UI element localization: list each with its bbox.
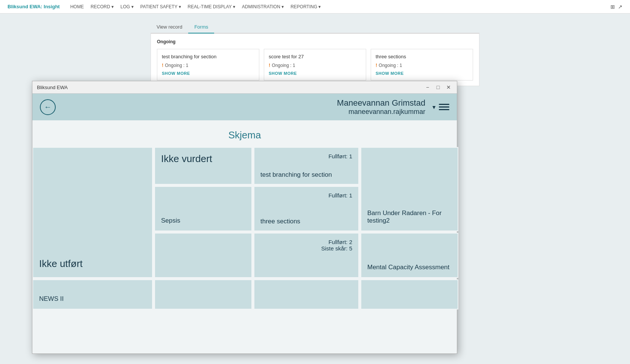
ongoing-status-text-1: Ongoing : 1 bbox=[272, 63, 295, 68]
empty-cell-row4-col3 bbox=[254, 279, 359, 309]
ongoing-card-1: score test for 27 ! Ongoing : 1 SHOW MOR… bbox=[264, 49, 366, 80]
mental-capacity-cell[interactable]: Mental Capacity Assessment bbox=[361, 233, 458, 278]
exclamation-icon-2: ! bbox=[376, 62, 377, 68]
empty-cell-row4-col2 bbox=[154, 279, 252, 309]
minimize-button[interactable]: − bbox=[424, 83, 431, 91]
nav-icon-group: ⊞ ↗ bbox=[610, 4, 622, 10]
ongoing-section: Ongoing test branching for section ! Ong… bbox=[151, 33, 479, 86]
sepsis-cell[interactable]: Sepsis bbox=[154, 186, 252, 231]
three-sections-count: Fullført: 1 bbox=[260, 192, 352, 199]
show-more-2[interactable]: SHOW MORE bbox=[376, 71, 468, 76]
tab-forms[interactable]: Forms bbox=[188, 21, 214, 33]
background-page: View record Forms Ongoing test branching… bbox=[0, 14, 630, 86]
modal-controls: − □ ✕ bbox=[424, 83, 452, 91]
modal-title: Bliksund EWA bbox=[37, 85, 68, 90]
ongoing-label: Ongoing bbox=[157, 39, 473, 44]
modal-body: Skjema Ikke utført Ikke vurdert Fullført… bbox=[32, 120, 457, 353]
ongoing-cards: test branching for section ! Ongoing : 1… bbox=[157, 49, 473, 80]
ongoing-card-2: three sections ! Ongoing : 1 SHOW MORE bbox=[371, 49, 473, 80]
top-navigation: Bliksund EWA: Insight HOME RECORD ▾ LOG … bbox=[0, 0, 630, 14]
skjema-title: Skjema bbox=[32, 120, 457, 147]
three-sections-cell[interactable]: Fullført: 1 three sections bbox=[254, 186, 359, 231]
barn-under-radaren-cell[interactable]: Barn Under Radaren - For testing2 bbox=[361, 147, 458, 231]
test-branching-cell[interactable]: Fullført: 1 test branching for section bbox=[254, 147, 359, 185]
ikke-vurdert-header[interactable]: Ikke vurdert bbox=[154, 147, 252, 185]
ikke-vurdert-label: Ikke vurdert bbox=[161, 153, 212, 165]
ongoing-status-text-2: Ongoing : 1 bbox=[379, 63, 402, 68]
user-email: maneevannan.rajkummar bbox=[337, 108, 425, 116]
nav-administration[interactable]: ADMINISTRATION ▾ bbox=[242, 4, 284, 9]
siste-skar: Siste skår: 5 bbox=[260, 245, 352, 252]
ikke-utfort-label: Ikke utført bbox=[39, 258, 83, 270]
exclamation-icon-1: ! bbox=[269, 62, 270, 68]
empty-cell-row4-col4 bbox=[361, 279, 458, 309]
empty-cell-row3-col2 bbox=[154, 233, 252, 278]
close-button[interactable]: ✕ bbox=[445, 83, 452, 91]
ongoing-card-title-2: three sections bbox=[376, 54, 468, 59]
barn-under-radaren-title: Barn Under Radaren - For testing2 bbox=[367, 209, 452, 224]
external-link-icon[interactable]: ↗ bbox=[618, 4, 622, 10]
ongoing-card-0: test branching for section ! Ongoing : 1… bbox=[157, 49, 259, 80]
back-button[interactable]: ← bbox=[40, 99, 56, 115]
ongoing-status-text-0: Ongoing : 1 bbox=[165, 63, 188, 68]
modal-header: ← Maneevannan Grimstad maneevannan.rajku… bbox=[32, 94, 457, 120]
hamburger-icon bbox=[439, 104, 449, 110]
maximize-button[interactable]: □ bbox=[434, 83, 442, 91]
show-more-0[interactable]: SHOW MORE bbox=[162, 71, 254, 76]
ongoing-card-title-0: test branching for section bbox=[162, 54, 254, 59]
nav-log[interactable]: LOG ▾ bbox=[120, 4, 134, 9]
monitor-icon[interactable]: ⊞ bbox=[610, 4, 615, 10]
chevron-down-icon: ▼ bbox=[431, 104, 437, 110]
test-branching-title: test branching for section bbox=[260, 171, 352, 179]
three-sections-title: three sections bbox=[260, 218, 352, 225]
ongoing-card-title-1: score test for 27 bbox=[269, 54, 361, 59]
ongoing-status-0: ! Ongoing : 1 bbox=[162, 62, 254, 68]
back-arrow-icon: ← bbox=[44, 103, 52, 111]
modal-titlebar: Bliksund EWA − □ ✕ bbox=[32, 81, 457, 94]
user-info: Maneevannan Grimstad maneevannan.rajkumm… bbox=[337, 98, 425, 116]
app-brand: Bliksund EWA: Insight bbox=[8, 4, 60, 9]
news-ii-cell[interactable]: NEWS II bbox=[32, 279, 153, 309]
fullfort-count: Fullført: 2 bbox=[260, 239, 352, 245]
user-menu-button[interactable]: ▼ bbox=[431, 104, 449, 110]
nav-reporting[interactable]: REPORTING ▾ bbox=[291, 4, 321, 9]
exclamation-icon-0: ! bbox=[162, 62, 163, 68]
nav-realtime-display[interactable]: REAL-TIME DISPLAY ▾ bbox=[188, 4, 235, 9]
modal-window: Bliksund EWA − □ ✕ ← Maneevannan Grimsta… bbox=[32, 81, 457, 354]
test-branching-count: Fullført: 1 bbox=[260, 153, 352, 159]
mental-capacity-title: Mental Capacity Assessment bbox=[367, 264, 449, 271]
tabs-bar: View record Forms bbox=[151, 21, 479, 33]
score-cell[interactable]: Fullført: 2 Siste skår: 5 bbox=[254, 233, 359, 278]
nav-record[interactable]: RECORD ▾ bbox=[91, 4, 114, 9]
ongoing-status-1: ! Ongoing : 1 bbox=[269, 62, 361, 68]
news-ii-title: NEWS II bbox=[39, 295, 64, 303]
user-name: Maneevannan Grimstad bbox=[337, 98, 425, 108]
nav-home[interactable]: HOME bbox=[70, 4, 84, 9]
show-more-1[interactable]: SHOW MORE bbox=[269, 71, 361, 76]
sepsis-title: Sepsis bbox=[161, 217, 180, 224]
ongoing-status-2: ! Ongoing : 1 bbox=[376, 62, 468, 68]
ikke-utfort-header[interactable]: Ikke utført bbox=[32, 147, 153, 278]
tab-view-record[interactable]: View record bbox=[151, 21, 188, 33]
nav-patient-safety[interactable]: PATIENT SAFETY ▾ bbox=[140, 4, 181, 9]
